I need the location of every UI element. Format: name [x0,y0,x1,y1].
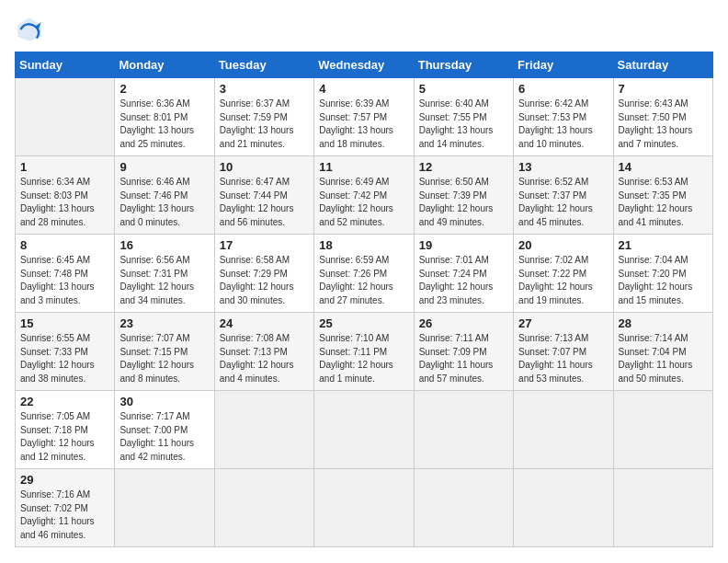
day-number: 4 [319,82,408,96]
calendar-table: SundayMondayTuesdayWednesdayThursdayFrid… [15,52,713,547]
calendar-cell [16,78,115,156]
day-info: Sunrise: 7:10 AMSunset: 7:11 PMDaylight:… [319,332,408,385]
calendar-header-row: SundayMondayTuesdayWednesdayThursdayFrid… [16,52,713,78]
column-header-thursday: Thursday [414,52,513,78]
calendar-week-5: 29Sunrise: 7:16 AMSunset: 7:02 PMDayligh… [16,469,713,547]
column-header-wednesday: Wednesday [314,52,414,78]
day-number: 20 [518,238,608,252]
day-info: Sunrise: 7:02 AMSunset: 7:22 PMDaylight:… [518,254,608,307]
calendar-cell: 20Sunrise: 7:02 AMSunset: 7:22 PMDayligh… [514,235,613,313]
day-info: Sunrise: 7:13 AMSunset: 7:07 PMDaylight:… [518,332,608,385]
day-number: 27 [518,316,608,330]
header [15,15,713,44]
calendar-week-1: 1Sunrise: 6:34 AMSunset: 8:03 PMDaylight… [16,156,713,235]
calendar-cell [613,391,712,469]
calendar-cell: 4Sunrise: 6:39 AMSunset: 7:57 PMDaylight… [314,78,414,156]
day-info: Sunrise: 6:42 AMSunset: 7:53 PMDaylight:… [518,98,608,151]
day-info: Sunrise: 7:11 AMSunset: 7:09 PMDaylight:… [419,332,508,385]
day-number: 22 [20,395,109,408]
column-header-saturday: Saturday [613,52,712,78]
day-info: Sunrise: 6:49 AMSunset: 7:42 PMDaylight:… [319,176,408,229]
day-number: 29 [20,473,109,487]
calendar-cell: 30Sunrise: 7:17 AMSunset: 7:00 PMDayligh… [115,391,214,469]
calendar-cell: 9Sunrise: 6:46 AMSunset: 7:46 PMDaylight… [115,156,214,235]
calendar-cell [115,469,214,547]
day-number: 7 [619,82,708,96]
calendar-cell: 11Sunrise: 6:49 AMSunset: 7:42 PMDayligh… [314,156,414,235]
day-info: Sunrise: 7:14 AMSunset: 7:04 PMDaylight:… [619,332,708,385]
calendar-cell: 25Sunrise: 7:10 AMSunset: 7:11 PMDayligh… [314,313,414,391]
calendar-cell: 19Sunrise: 7:01 AMSunset: 7:24 PMDayligh… [414,235,513,313]
day-number: 5 [419,82,508,96]
day-number: 13 [518,160,608,174]
day-number: 6 [518,82,608,96]
calendar-cell: 27Sunrise: 7:13 AMSunset: 7:07 PMDayligh… [514,313,613,391]
logo [15,15,50,44]
calendar-cell: 28Sunrise: 7:14 AMSunset: 7:04 PMDayligh… [613,313,712,391]
day-number: 2 [119,82,209,96]
day-info: Sunrise: 6:43 AMSunset: 7:50 PMDaylight:… [619,98,708,151]
calendar-cell: 12Sunrise: 6:50 AMSunset: 7:39 PMDayligh… [414,156,513,235]
day-number: 28 [619,316,708,330]
calendar-week-2: 8Sunrise: 6:45 AMSunset: 7:48 PMDaylight… [16,235,713,313]
calendar-cell: 22Sunrise: 7:05 AMSunset: 7:18 PMDayligh… [16,391,115,469]
calendar-cell [414,391,513,469]
calendar-cell: 3Sunrise: 6:37 AMSunset: 7:59 PMDaylight… [214,78,313,156]
calendar-cell [314,391,414,469]
day-info: Sunrise: 7:01 AMSunset: 7:24 PMDaylight:… [419,254,508,307]
day-info: Sunrise: 6:40 AMSunset: 7:55 PMDaylight:… [419,98,508,151]
calendar-cell: 2Sunrise: 6:36 AMSunset: 8:01 PMDaylight… [115,78,214,156]
day-number: 9 [119,160,209,174]
calendar-cell: 13Sunrise: 6:52 AMSunset: 7:37 PMDayligh… [514,156,613,235]
day-number: 24 [220,316,309,330]
day-number: 15 [20,316,109,330]
day-number: 1 [20,160,109,174]
column-header-sunday: Sunday [16,52,115,78]
day-info: Sunrise: 6:55 AMSunset: 7:33 PMDaylight:… [20,332,109,385]
day-info: Sunrise: 6:59 AMSunset: 7:26 PMDaylight:… [319,254,408,307]
day-info: Sunrise: 6:53 AMSunset: 7:35 PMDaylight:… [619,176,708,229]
calendar-cell: 14Sunrise: 6:53 AMSunset: 7:35 PMDayligh… [613,156,712,235]
calendar-cell: 6Sunrise: 6:42 AMSunset: 7:53 PMDaylight… [514,78,613,156]
calendar-week-0: 2Sunrise: 6:36 AMSunset: 8:01 PMDaylight… [16,78,713,156]
calendar-cell: 23Sunrise: 7:07 AMSunset: 7:15 PMDayligh… [115,313,214,391]
day-number: 11 [319,160,408,174]
day-number: 10 [220,160,309,174]
day-info: Sunrise: 6:34 AMSunset: 8:03 PMDaylight:… [20,176,109,229]
day-number: 19 [419,238,508,252]
calendar-cell: 1Sunrise: 6:34 AMSunset: 8:03 PMDaylight… [16,156,115,235]
calendar-week-4: 22Sunrise: 7:05 AMSunset: 7:18 PMDayligh… [16,391,713,469]
column-header-friday: Friday [514,52,613,78]
day-info: Sunrise: 6:52 AMSunset: 7:37 PMDaylight:… [518,176,608,229]
day-info: Sunrise: 6:36 AMSunset: 8:01 PMDaylight:… [119,98,209,151]
day-info: Sunrise: 7:16 AMSunset: 7:02 PMDaylight:… [20,488,109,542]
day-number: 23 [119,316,209,330]
day-number: 26 [419,316,508,330]
day-info: Sunrise: 7:17 AMSunset: 7:00 PMDaylight:… [119,410,209,464]
column-header-monday: Monday [115,52,214,78]
calendar-cell [314,469,414,547]
calendar-week-3: 15Sunrise: 6:55 AMSunset: 7:33 PMDayligh… [16,313,713,391]
day-info: Sunrise: 6:56 AMSunset: 7:31 PMDaylight:… [119,254,209,307]
day-info: Sunrise: 6:58 AMSunset: 7:29 PMDaylight:… [220,254,309,307]
day-number: 12 [419,160,508,174]
calendar-cell [514,391,613,469]
calendar-cell: 16Sunrise: 6:56 AMSunset: 7:31 PMDayligh… [115,235,214,313]
day-info: Sunrise: 6:46 AMSunset: 7:46 PMDaylight:… [119,176,209,229]
calendar-cell: 21Sunrise: 7:04 AMSunset: 7:20 PMDayligh… [613,235,712,313]
calendar-cell: 7Sunrise: 6:43 AMSunset: 7:50 PMDaylight… [613,78,712,156]
day-number: 16 [119,238,209,252]
day-info: Sunrise: 7:07 AMSunset: 7:15 PMDaylight:… [119,332,209,385]
day-info: Sunrise: 6:47 AMSunset: 7:44 PMDaylight:… [220,176,309,229]
calendar-cell [214,469,313,547]
calendar-cell: 5Sunrise: 6:40 AMSunset: 7:55 PMDaylight… [414,78,513,156]
calendar-cell: 18Sunrise: 6:59 AMSunset: 7:26 PMDayligh… [314,235,414,313]
calendar-cell [414,469,513,547]
column-header-tuesday: Tuesday [214,52,313,78]
calendar-cell: 15Sunrise: 6:55 AMSunset: 7:33 PMDayligh… [16,313,115,391]
calendar-cell: 26Sunrise: 7:11 AMSunset: 7:09 PMDayligh… [414,313,513,391]
calendar-cell: 10Sunrise: 6:47 AMSunset: 7:44 PMDayligh… [214,156,313,235]
calendar-cell [613,469,712,547]
calendar-cell: 24Sunrise: 7:08 AMSunset: 7:13 PMDayligh… [214,313,313,391]
day-info: Sunrise: 6:50 AMSunset: 7:39 PMDaylight:… [419,176,508,229]
